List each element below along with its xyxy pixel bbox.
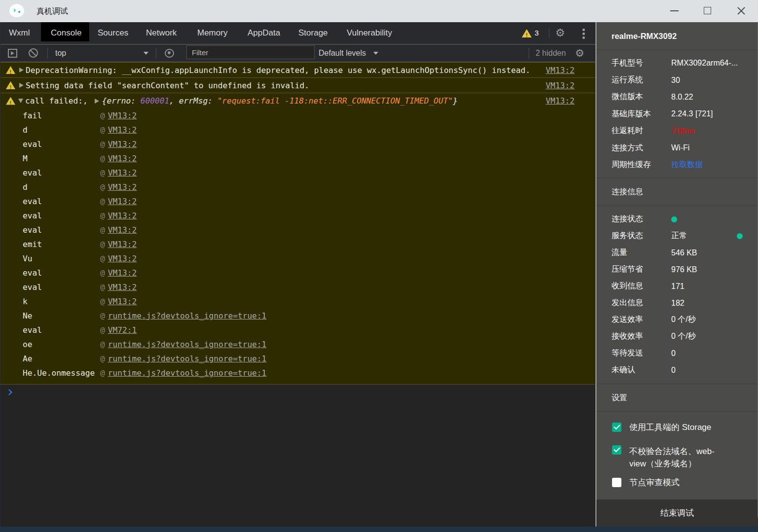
stack-frame: Vu@VM13:2: [23, 251, 575, 266]
source-link[interactable]: VM13:2: [546, 96, 575, 106]
hidden-count: 2 hidden: [536, 45, 566, 61]
context-dropdown-arrow[interactable]: [144, 52, 148, 55]
setting-node-inspect[interactable]: 节点审查模式: [612, 478, 758, 487]
minimize-button[interactable]: [665, 0, 685, 22]
source-link[interactable]: VM13:2: [546, 81, 575, 90]
stack-frame: eval@VM72:1: [23, 323, 575, 337]
info-row: 往返耗时718ms: [596, 123, 758, 140]
warning-icon[interactable]: [522, 29, 532, 37]
stack-frame: eval@VM13:2: [23, 280, 575, 294]
log-levels-selector[interactable]: Default levels: [319, 45, 366, 61]
tab-console[interactable]: Console: [51, 22, 81, 44]
tab-appdata[interactable]: AppData: [248, 22, 280, 44]
stack-link[interactable]: VM13:2: [108, 182, 137, 192]
stack-link[interactable]: VM13:2: [108, 168, 137, 177]
info-row: 微信版本8.0.22: [596, 89, 758, 106]
stat-row: 未确认0: [596, 362, 758, 379]
stack-frame: He.Ue.onmessage@runtime.js?devtools_igno…: [23, 366, 575, 380]
stack-link[interactable]: VM13:2: [108, 211, 137, 220]
tab-wxml[interactable]: Wxml: [9, 22, 30, 44]
setting-storage[interactable]: 使用工具端的 Storage: [612, 423, 758, 432]
stack-link[interactable]: runtime.js?devtools_ignore=true:1: [108, 354, 267, 363]
collapse-arrow-icon[interactable]: [18, 99, 23, 103]
console-settings-icon[interactable]: ⚙: [575, 45, 584, 61]
device-info-section: 手机型号RMX3092arm64-... 运行系统30 微信版本8.0.22 基…: [596, 50, 758, 178]
source-link[interactable]: VM13:2: [546, 66, 575, 75]
stack-frame: oe@runtime.js?devtools_ignore=true:1: [23, 337, 575, 352]
checkbox-checked[interactable]: [612, 423, 621, 432]
stack-link[interactable]: runtime.js?devtools_ignore=true:1: [108, 311, 267, 320]
stack-link[interactable]: runtime.js?devtools_ignore=true:1: [108, 340, 267, 349]
title-bar: › 真机调试: [0, 0, 758, 22]
more-menu-icon[interactable]: [582, 29, 585, 40]
setting-skip-domain-check[interactable]: 不校验合法域名、web-view（业务域名）: [612, 445, 758, 470]
tab-sources[interactable]: Sources: [98, 22, 128, 44]
checkbox-checked[interactable]: [612, 445, 621, 455]
object-expand-arrow-icon[interactable]: [95, 99, 99, 104]
stack-link[interactable]: VM72:1: [108, 325, 137, 335]
warning-triangle-icon: [6, 66, 15, 74]
stack-link[interactable]: VM13:2: [108, 297, 137, 306]
stack-link[interactable]: VM13:2: [108, 125, 137, 135]
console-prompt[interactable]: [0, 385, 595, 404]
device-name: realme-RMX3092: [596, 22, 758, 50]
stack-frame: eval@VM13:2: [23, 137, 575, 151]
warning-message: DeprecationWarning: __wxConfig.appLaunch…: [26, 66, 530, 75]
stack-frame: emit@VM13:2: [23, 237, 575, 251]
checkbox-unchecked[interactable]: [612, 478, 621, 487]
maximize-button[interactable]: [698, 0, 718, 22]
info-row: 周期性缓存拉取数据: [596, 156, 758, 173]
console-error-row: call failed:, {errno: 600001, errMsg: "r…: [6, 93, 575, 108]
expand-arrow-icon[interactable]: [19, 83, 24, 88]
stack-link[interactable]: VM13:2: [108, 111, 137, 120]
stack-link[interactable]: VM13:2: [108, 254, 137, 263]
stack-link[interactable]: VM13:2: [108, 283, 137, 292]
roundtrip-value: 718ms: [671, 127, 695, 136]
tab-memory[interactable]: Memory: [197, 22, 227, 44]
warning-count[interactable]: 3: [535, 22, 539, 44]
stack-link[interactable]: runtime.js?devtools_ignore=true:1: [108, 368, 267, 378]
settings-section: 使用工具端的 Storage 不校验合法域名、web-view（业务域名） 节点…: [596, 412, 758, 487]
tab-network[interactable]: Network: [146, 22, 177, 44]
stack-link[interactable]: VM13:2: [108, 225, 137, 235]
console-error-group: call failed:, {errno: 600001, errMsg: "r…: [0, 93, 595, 385]
clear-console-icon[interactable]: [29, 48, 38, 58]
warning-message: Setting data field "searchContent" to un…: [26, 81, 309, 90]
expand-arrow-icon[interactable]: [19, 68, 24, 72]
bottom-strip: [0, 527, 758, 532]
console-log: DeprecationWarning: __wxConfig.appLaunch…: [0, 62, 595, 404]
stack-frame: Ne@runtime.js?devtools_ignore=true:1: [23, 309, 575, 323]
filter-input[interactable]: [186, 45, 315, 59]
levels-dropdown-arrow[interactable]: [373, 52, 378, 55]
device-panel: realme-RMX3092 手机型号RMX3092arm64-... 运行系统…: [596, 22, 758, 527]
console-warning-row: Setting data field "searchContent" to un…: [0, 77, 595, 93]
stack-link[interactable]: VM13:2: [108, 154, 137, 163]
connection-status-dot: [671, 216, 677, 222]
tab-vulnerability[interactable]: Vulnerability: [347, 22, 392, 44]
object-preview: {errno: 600001, errMsg: "request:fail -1…: [102, 96, 458, 106]
warning-triangle-icon: [6, 81, 15, 89]
stack-link[interactable]: VM13:2: [108, 140, 137, 149]
live-expression-icon[interactable]: [165, 49, 174, 58]
errmsg-value: "request:fail -118:net::ERR_CONNECTION_T…: [217, 96, 453, 106]
stat-row: 收到信息171: [596, 278, 758, 295]
prompt-chevron-icon: [6, 389, 12, 395]
stack-frame: Ae@runtime.js?devtools_ignore=true:1: [23, 352, 575, 366]
stack-link[interactable]: VM13:2: [108, 268, 137, 278]
close-button[interactable]: [731, 0, 751, 22]
stack-link[interactable]: VM13:2: [108, 197, 137, 206]
stack-frame: d@VM13:2: [23, 123, 575, 137]
minimize-icon: [670, 10, 679, 11]
settings-header: 设置: [596, 384, 758, 412]
window-title: 真机调试: [36, 0, 68, 22]
end-debug-button[interactable]: 结束调试: [596, 499, 758, 527]
stack-frame: d@VM13:2: [23, 180, 575, 194]
fetch-data-link[interactable]: 拉取数据: [671, 160, 703, 170]
stack-frame: eval@VM13:2: [23, 166, 575, 180]
warning-triangle-icon: [6, 97, 15, 105]
stack-link[interactable]: VM13:2: [108, 240, 137, 249]
settings-gear-icon[interactable]: ⚙: [555, 22, 565, 44]
show-sidebar-icon[interactable]: [8, 49, 17, 58]
tab-storage[interactable]: Storage: [298, 22, 328, 44]
context-selector[interactable]: top: [55, 45, 66, 61]
